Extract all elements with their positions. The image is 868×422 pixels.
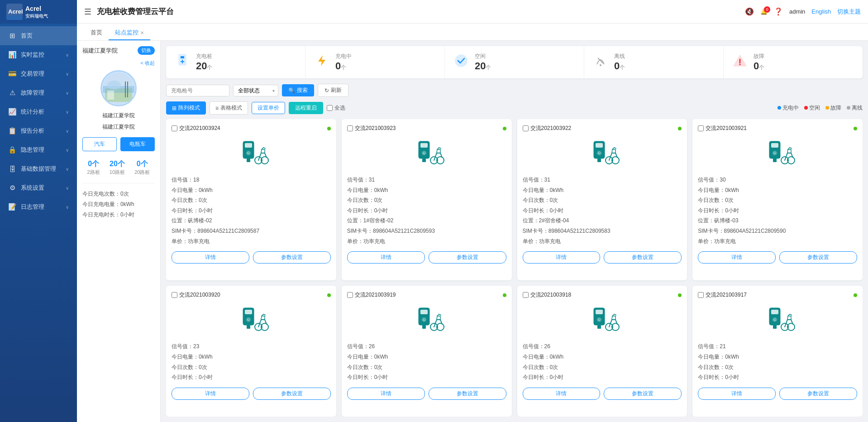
pile-energy: 今日电量：0kWh [523,352,682,362]
pile-stats: 0个 2路桩 20个 10路桩 0个 20路桩 [82,159,155,176]
sidebar-item-hazard[interactable]: 🔒 隐患管理 ∨ [0,140,77,159]
volume-icon[interactable]: 🔇 [745,7,754,16]
select-all-label[interactable]: 全选 [327,104,345,112]
legend-fault: 故障 [825,104,841,112]
pile-select-checkbox[interactable] [698,292,704,298]
pile-card-name: 交流2021003923 [355,125,396,132]
detail-button[interactable]: 详情 [523,251,601,264]
user-name[interactable]: admin [789,8,805,15]
charging-label: 充电中 [335,53,352,60]
pile-card: 交流2021003923 [342,119,512,280]
sidebar-item-transaction[interactable]: 💳 交易管理 ∨ [0,64,77,83]
pile-sim: SIM卡号：898604A52121C2809593 [347,226,506,236]
pile-card-name: 交流2021003918 [530,291,572,299]
sidebar-item-fault[interactable]: ⚠ 故障管理 ∨ [0,83,77,102]
table-mode-button[interactable]: ≡ 表格模式 [210,101,248,115]
tabs-bar: 首页 站点监控 ✕ [77,24,868,41]
legend-charging: 充电中 [777,104,799,112]
status-card-idle: 空闲 20个 [445,46,584,78]
language-selector[interactable]: English [811,8,831,15]
pile-select-checkbox[interactable] [347,125,353,131]
status-card-charging: 充电中 0个 [305,46,445,78]
content-area: 福建江夏学院 切换 < 收起 [77,41,868,422]
detail-button[interactable]: 详情 [172,388,249,400]
pile-signal: 信号值：26 [347,342,506,352]
pile-card-image [172,136,331,175]
pile-times: 今日次数：0次 [698,196,857,206]
report-icon: 📋 [8,127,16,135]
tab-station-monitor[interactable]: 站点监控 ✕ [109,25,150,40]
detail-button[interactable]: 详情 [698,388,776,400]
car-tab-button[interactable]: 汽车 [82,137,117,151]
menu-toggle-button[interactable]: ☰ [84,7,91,17]
grid-icon: ⊞ [172,105,176,111]
params-button[interactable]: 参数设置 [779,251,857,264]
tab-home[interactable]: 首页 [84,25,109,40]
theme-switch-button[interactable]: 切换主题 [837,8,861,16]
sidebar-item-stats[interactable]: 📈 统计分析 ∨ [0,102,77,121]
params-button[interactable]: 参数设置 [604,388,682,400]
search-input[interactable] [166,85,229,96]
refresh-button[interactable]: ↻ 刷新 [318,84,348,97]
pile-select-checkbox[interactable] [523,125,529,131]
search-button[interactable]: 🔍 搜索 [282,84,314,96]
sidebar: Acrel Acrel 安科瑞电气 ⊞ 首页 📊 实时监控 ∨ 💳 交 [0,0,77,422]
detail-button[interactable]: 详情 [698,251,776,264]
pile-signal: 信号值：30 [698,175,857,185]
notification-bell[interactable]: 🔔 0 [760,8,768,15]
tab-close-icon[interactable]: ✕ [140,30,144,35]
pile-hours: 今日时长：0小时 [523,373,682,383]
pile-energy: 今日电量：0kWh [347,186,506,196]
status-card-total: 充电桩 20个 [166,46,305,78]
sidebar-item-report[interactable]: 📋 报告分析 ∨ [0,121,77,140]
pile-card-image [523,302,682,341]
pile-card-header: 交流2021003919 [347,291,506,299]
svg-rect-60 [247,325,250,329]
collapse-button[interactable]: < 收起 [141,60,155,66]
pile-select-checkbox[interactable] [172,292,177,298]
ebike-tab-button[interactable]: 电瓶车 [120,137,155,151]
remote-restart-button[interactable]: 远程重启 [289,102,323,114]
check-circle-icon [454,53,468,71]
sidebar-item-logs[interactable]: 📝 日志管理 ∨ [0,197,77,216]
sidebar-item-realtime[interactable]: 📊 实时监控 ∨ [0,45,77,64]
pile-select-checkbox[interactable] [347,292,353,298]
set-price-button[interactable]: 设置单价 [252,102,285,114]
detail-button[interactable]: 详情 [523,388,601,400]
table-icon: ≡ [215,105,219,111]
pile-select-checkbox[interactable] [523,292,529,298]
params-button[interactable]: 参数设置 [779,388,857,400]
detail-button[interactable]: 详情 [172,251,249,264]
params-button[interactable]: 参数设置 [604,251,682,264]
pile-price: 单价：功率充电 [523,237,682,247]
page-title: 充电桩收费管理云平台 [97,6,174,17]
pile-price: 单价：功率充电 [172,237,331,247]
pile-status-dot [678,293,682,297]
params-button[interactable]: 参数设置 [253,251,331,264]
pile-card-header: 交流2021003921 [698,125,857,132]
pile-select-checkbox[interactable] [698,125,704,131]
help-icon[interactable]: ❓ [774,7,783,16]
sidebar-item-settings[interactable]: ⚙ 系统设置 ∨ [0,178,77,197]
pile-card-header: 交流2021003917 [698,291,857,299]
params-button[interactable]: 参数设置 [429,388,506,400]
switch-site-button[interactable]: 切换 [138,46,155,55]
pile-card-header: 交流2021003924 [172,125,331,132]
pile-card-header: 交流2021003922 [523,125,682,132]
params-button[interactable]: 参数设置 [429,251,506,264]
params-button[interactable]: 参数设置 [253,388,331,400]
status-filter[interactable]: 全部状态 充电中 空闲 离线 故障 [233,85,278,96]
pile-sim: SIM卡号：898604A52121C2809583 [523,226,682,236]
select-all-checkbox[interactable] [327,105,333,111]
grid-mode-button[interactable]: ⊞ 阵列模式 [166,101,206,115]
left-panel: 福建江夏学院 切换 < 收起 [77,41,161,422]
legend-idle: 空闲 [804,104,820,112]
sidebar-item-basedata[interactable]: 🗄 基础数据管理 ∨ [0,159,77,178]
detail-button[interactable]: 详情 [347,388,425,400]
detail-button[interactable]: 详情 [347,251,425,264]
pile-select-checkbox[interactable] [172,125,177,131]
pile-card-info: 信号值：26 今日电量：0kWh 今日次数：0次 今日时长：0小时 [523,341,682,383]
sidebar-item-home[interactable]: ⊞ 首页 [0,26,77,45]
pile-card-info: 信号值：30 今日电量：0kWh 今日次数：0次 今日时长：0小时 位置：矾博楼… [698,175,857,247]
pile-card: 交流2021003917 [692,286,863,417]
